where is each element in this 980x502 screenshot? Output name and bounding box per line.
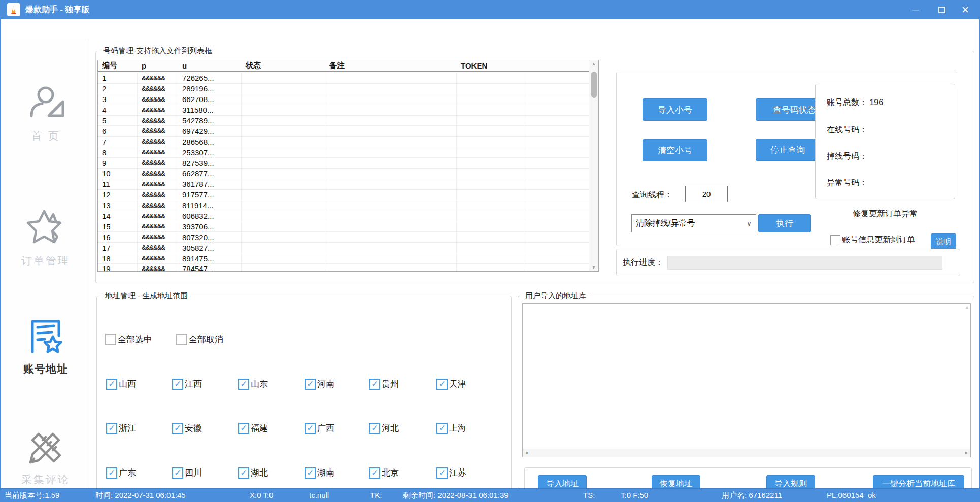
province-checkbox[interactable]: ✓四川 xyxy=(172,467,202,479)
table-cell: 807320... xyxy=(178,232,242,242)
table-row[interactable]: 12&&&&&&917577... xyxy=(98,190,589,200)
table-row[interactable]: 7&&&&&&286568... xyxy=(98,137,589,147)
table-cell: 5 xyxy=(98,116,138,126)
province-checkbox[interactable]: ✓广西 xyxy=(305,422,334,434)
column-header[interactable]: 编号 xyxy=(98,60,138,71)
scroll-right-icon[interactable]: ► xyxy=(964,450,969,455)
table-cell: 4 xyxy=(98,105,138,115)
table-cell xyxy=(325,116,457,126)
scroll-left-icon[interactable]: ◄ xyxy=(524,450,529,455)
table-row[interactable]: 16&&&&&&807320... xyxy=(98,232,589,243)
table-row[interactable]: 14&&&&&&606832... xyxy=(98,211,589,222)
table-row[interactable]: 8&&&&&&253307... xyxy=(98,147,589,158)
table-cell: &&&&&& xyxy=(138,116,178,126)
table-cell xyxy=(242,243,325,253)
status-item: 当前版本号:1.59 xyxy=(5,489,59,502)
column-header[interactable]: p xyxy=(138,60,178,71)
province-checkbox[interactable]: ✓福建 xyxy=(238,422,268,434)
column-header[interactable] xyxy=(524,60,590,71)
import-accounts-button[interactable]: 导入小号 xyxy=(643,98,707,121)
execute-button[interactable]: 执行 xyxy=(758,214,811,232)
table-row[interactable]: 1&&&&&&726265... xyxy=(98,73,589,84)
stop-query-button[interactable]: 停止查询 xyxy=(756,139,820,161)
province-checkbox[interactable]: ✓天津 xyxy=(436,378,466,390)
table-row[interactable]: 10&&&&&&662877... xyxy=(98,169,589,179)
select-all-checkbox[interactable]: 全部选中 xyxy=(105,333,152,345)
province-checkbox[interactable]: ✓河北 xyxy=(369,422,399,434)
scroll-up-icon[interactable]: ▲ xyxy=(589,61,598,66)
close-button[interactable]: ✕ xyxy=(954,0,977,19)
action-dropdown[interactable]: 清除掉线/异常号 ∨ xyxy=(631,214,756,232)
table-cell: 393706... xyxy=(178,221,242,231)
table-row[interactable]: 2&&&&&&289196... xyxy=(98,84,589,94)
table-cell xyxy=(325,147,457,157)
table-cell: 542789... xyxy=(178,116,242,126)
table-row[interactable]: 11&&&&&&361787... xyxy=(98,179,589,190)
province-checkbox[interactable]: ✓山东 xyxy=(238,378,268,390)
minimize-button[interactable]: ─ xyxy=(904,0,927,19)
maximize-icon xyxy=(938,7,945,13)
province-checkbox[interactable]: ✓上海 xyxy=(436,422,466,434)
table-row[interactable]: 3&&&&&&662708... xyxy=(98,94,589,105)
table-cell xyxy=(457,221,524,231)
table-cell xyxy=(325,169,457,179)
province-label: 湖南 xyxy=(317,467,334,479)
column-header[interactable]: 备注 xyxy=(325,60,457,71)
check-icon: ✓ xyxy=(174,424,181,432)
progress-label: 执行进度： xyxy=(623,257,663,268)
table-scrollbar[interactable]: ▲ ▼ xyxy=(589,60,598,271)
province-checkbox[interactable]: ✓湖北 xyxy=(238,467,268,479)
table-cell xyxy=(242,179,325,189)
checkbox-icon: ✓ xyxy=(436,467,448,479)
column-header[interactable]: TOKEN xyxy=(457,60,524,71)
table-row[interactable]: 13&&&&&&811914... xyxy=(98,200,589,211)
sidebar-item-label: 账号地址 xyxy=(2,362,89,376)
sidebar-item-collect-comments[interactable]: 采集评论 xyxy=(2,427,89,487)
province-checkbox[interactable]: ✓山西 xyxy=(106,378,136,390)
query-threads-input[interactable] xyxy=(685,186,728,202)
province-checkbox[interactable]: ✓河南 xyxy=(305,378,334,390)
table-row[interactable]: 19&&&&&&784547... xyxy=(98,264,589,271)
table-row[interactable]: 17&&&&&&305827... xyxy=(98,243,589,253)
column-header[interactable]: 状态 xyxy=(242,60,325,71)
province-checkbox[interactable]: ✓安徽 xyxy=(172,422,202,434)
table-row[interactable]: 4&&&&&&311580... xyxy=(98,105,589,116)
province-checkbox[interactable]: ✓浙江 xyxy=(106,422,136,434)
address-library-textarea[interactable]: ▲ ◄ ► xyxy=(522,303,971,457)
province-checkbox[interactable]: ✓北京 xyxy=(369,467,399,479)
province-checkbox[interactable]: ✓湖南 xyxy=(305,467,334,479)
province-label: 江苏 xyxy=(449,467,466,479)
table-cell: 16 xyxy=(98,232,138,242)
province-checkbox[interactable]: ✓江苏 xyxy=(436,467,466,479)
scroll-down-icon[interactable]: ▼ xyxy=(589,265,598,270)
title-bar[interactable]: 爆款助手 - 独享版 ─ ✕ xyxy=(0,0,980,19)
table-row[interactable]: 15&&&&&&393706... xyxy=(98,221,589,232)
deselect-all-checkbox[interactable]: 全部取消 xyxy=(176,333,223,345)
column-header[interactable]: u xyxy=(178,60,242,71)
province-checkbox[interactable]: ✓江西 xyxy=(172,378,202,390)
update-order-checkbox[interactable]: 账号信息更新到订单 xyxy=(830,235,915,245)
sidebar-item-home[interactable]: 首 页 xyxy=(2,83,89,143)
province-label: 天津 xyxy=(449,378,466,390)
explain-button[interactable]: 说明 xyxy=(931,233,956,250)
table-cell xyxy=(457,137,524,147)
clear-accounts-button[interactable]: 清空小号 xyxy=(643,139,707,161)
table-row[interactable]: 5&&&&&&542789... xyxy=(98,116,589,126)
table-row[interactable]: 6&&&&&&697429... xyxy=(98,126,589,137)
table-cell xyxy=(524,243,589,253)
table-cell xyxy=(242,190,325,200)
table-row[interactable]: 9&&&&&&827539... xyxy=(98,158,589,169)
table-cell xyxy=(524,94,589,105)
province-checkbox[interactable]: ✓贵州 xyxy=(369,378,399,390)
province-checkbox[interactable]: ✓广东 xyxy=(106,467,136,479)
table-cell xyxy=(242,232,325,242)
sidebar-item-orders[interactable]: 订单管理 xyxy=(2,207,89,268)
query-threads-label: 查询线程： xyxy=(632,190,672,200)
table-cell: &&&&&& xyxy=(138,264,178,271)
checkbox-icon: ✓ xyxy=(238,379,249,390)
maximize-button[interactable] xyxy=(930,0,954,19)
table-row[interactable]: 18&&&&&&891475... xyxy=(98,253,589,264)
horizontal-scrollbar[interactable]: ◄ ► xyxy=(523,449,970,457)
sidebar-item-account-address[interactable]: 账号地址 xyxy=(2,316,89,376)
scrollbar-thumb[interactable] xyxy=(591,72,597,98)
